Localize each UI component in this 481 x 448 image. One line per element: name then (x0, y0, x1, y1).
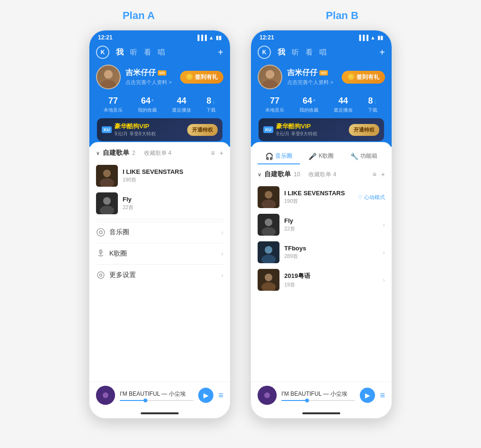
stat-download-a[interactable]: 8↓ 下载 (206, 96, 216, 114)
avatar-a[interactable] (96, 65, 121, 89)
nav-tab-ting-a[interactable]: 听 (130, 48, 137, 57)
svg-point-11 (97, 272, 104, 278)
home-bar-b (302, 412, 340, 414)
section-sub-b: 收藏歌单 4 (303, 171, 336, 179)
add-icon-a[interactable]: + (220, 149, 223, 157)
svg-point-3 (103, 170, 111, 177)
player-title-a: I'M BEAUTIFUL — 小尘埃 (120, 390, 193, 398)
playlist-item-2a[interactable]: Fly 22首 (96, 190, 223, 217)
svg-point-14 (103, 392, 108, 398)
wrench-icon: 🔧 (350, 153, 358, 160)
mic-icon: 🎤 (308, 153, 317, 160)
playlist-item-2b[interactable]: Fly 22首 › (258, 211, 385, 238)
vip-badge-b: VO (319, 70, 328, 76)
player-fill-b (281, 400, 307, 401)
menu-item-settings-a[interactable]: 更多设置 › (96, 264, 223, 286)
tab-music-label-b: 音乐圈 (275, 152, 292, 160)
avatar-b[interactable] (258, 65, 282, 89)
sign-in-btn-a[interactable]: 🪙 签到有礼 (180, 71, 223, 84)
playlist-btn-b[interactable]: ≡ (380, 391, 385, 400)
svg-point-0 (104, 70, 113, 78)
stat-fav-a[interactable]: 64° 我的收藏 (138, 96, 157, 114)
nav-plus-a[interactable]: + (218, 47, 223, 58)
sign-in-btn-b[interactable]: 🪙 签到有礼 (342, 71, 385, 84)
stat-fav-b[interactable]: 64° 我的收藏 (299, 96, 318, 114)
vip-banner-b[interactable]: KU 豪华酷狗VIP 9元/月 享受8大特权 开通特权 (259, 118, 384, 141)
vip-title-b: 豪华酷狗VIP (276, 122, 317, 131)
nav-tab-kan-b[interactable]: 看 (306, 48, 313, 57)
playlist-item-1a[interactable]: I LIKE SEVENSTARS 190首 (96, 162, 223, 190)
stat-download-b[interactable]: 8↓ 下载 (368, 96, 377, 114)
phone-b: 12:21 ▐▐▐ ▲ ▮▮ K 我 听 看 唱 + (250, 29, 393, 419)
playlist-info-2b: Fly 22首 (284, 217, 295, 232)
tab-karaoke-b[interactable]: 🎤 K歌圈 (300, 149, 342, 164)
menu-item-karaoke-a[interactable]: K歌圈 › (96, 243, 223, 264)
nav-tab-kan-a[interactable]: 看 (144, 48, 151, 57)
music-label-a: 音乐圈 (109, 228, 129, 237)
playlist-info-1b: I LIKE SEVENSTARS 190首 (284, 190, 345, 205)
time-a: 12:21 (98, 34, 113, 41)
player-bar-b: I'M BEAUTIFUL — 小尘埃 ▶ ≡ (251, 381, 392, 409)
vip-banner-a[interactable]: KU 豪华酷狗VIP 9元/月 享受8大特权 开通特权 (97, 118, 222, 141)
thumb-2a (96, 192, 118, 214)
signal-icon-b: ▐▐▐ (357, 35, 368, 40)
vip-btn-b[interactable]: 开通特权 (349, 124, 379, 136)
vip-badge-a: VO (158, 70, 166, 76)
nav-tab-chang-a[interactable]: 唱 (158, 48, 165, 57)
settings-arrow-a: › (221, 271, 223, 279)
nav-tab-wo-a[interactable]: 我 (116, 48, 124, 57)
settings-icon-a (96, 270, 106, 280)
player-dot-a (144, 399, 147, 402)
coin-icon-b: 🪙 (347, 74, 355, 80)
section-icons-b: ≡ + (373, 171, 385, 178)
vip-btn-a[interactable]: 开通特权 (187, 124, 218, 136)
stat-recent-b[interactable]: 44 最近播放 (334, 96, 353, 114)
list-icon-b[interactable]: ≡ (373, 171, 376, 178)
play-btn-b[interactable]: ▶ (360, 388, 375, 403)
thumb-4b (258, 269, 279, 291)
section-header-a: ∨ 自建歌单 2 收藏歌单 4 ≡ + (96, 149, 223, 157)
nav-tab-ting-b[interactable]: 听 (292, 48, 299, 57)
playlist-btn-a[interactable]: ≡ (218, 391, 223, 400)
svg-point-16 (262, 80, 278, 88)
headphone-icon: 🎧 (265, 153, 273, 160)
player-thumb-a[interactable] (96, 386, 115, 405)
player-thumb-b[interactable] (258, 386, 277, 405)
player-progress-a[interactable] (120, 400, 193, 401)
nav-tab-chang-b[interactable]: 唱 (319, 48, 327, 57)
add-icon-b[interactable]: + (381, 171, 385, 178)
tab-karaoke-label-b: K歌圈 (318, 152, 334, 160)
playlist-info-1a: I LIKE SEVENSTARS 190首 (123, 168, 183, 183)
playlist-item-3b[interactable]: TFboys 289首 › (258, 238, 385, 266)
status-icons-b: ▐▐▐ ▲ ▮▮ (357, 35, 383, 41)
home-indicator-b (251, 409, 392, 418)
time-b: 12:21 (260, 34, 274, 41)
playlist-info-2a: Fly 22首 (123, 196, 134, 211)
nav-b: K 我 听 看 唱 + (258, 43, 385, 63)
battery-icon-b: ▮▮ (377, 35, 383, 41)
tab-music-b[interactable]: 🎧 音乐圈 (258, 149, 300, 164)
nav-logo-a[interactable]: K (96, 46, 109, 59)
stat-local-a[interactable]: 77 本地音乐 (104, 96, 123, 114)
nav-tab-wo-b[interactable]: 我 (278, 48, 285, 57)
tab-toolbox-b[interactable]: 🔧 功能箱 (343, 149, 385, 164)
menu-item-music-a[interactable]: 音乐圈 › (96, 221, 223, 243)
stat-recent-a[interactable]: 44 最近播放 (172, 96, 191, 114)
heart-mode-1b[interactable]: ♡ 心动模式 (358, 194, 385, 201)
user-name-b: 吉米仔仔 VO (287, 68, 337, 78)
nav-plus-b[interactable]: + (379, 47, 385, 58)
section-title-b: 自建歌单 (264, 170, 291, 179)
tab-toolbox-label-b: 功能箱 (360, 152, 377, 160)
list-icon-a[interactable]: ≡ (211, 149, 215, 157)
heart-icon-1b: ♡ (358, 194, 363, 200)
stat-local-b[interactable]: 77 本地音乐 (265, 96, 284, 114)
player-progress-b[interactable] (281, 400, 355, 401)
play-btn-a[interactable]: ▶ (198, 388, 213, 403)
playlist-item-1b[interactable]: I LIKE SEVENSTARS 190首 ♡ 心动模式 (258, 183, 385, 211)
nav-logo-b[interactable]: K (258, 46, 271, 59)
section-icons-a: ≡ + (211, 149, 223, 157)
user-sub-a: 点击完善个人资料 > (125, 79, 175, 86)
playlist-item-4b[interactable]: 2019粤语 19首 › (258, 266, 385, 294)
svg-point-30 (264, 392, 270, 398)
svg-point-1 (100, 80, 116, 88)
